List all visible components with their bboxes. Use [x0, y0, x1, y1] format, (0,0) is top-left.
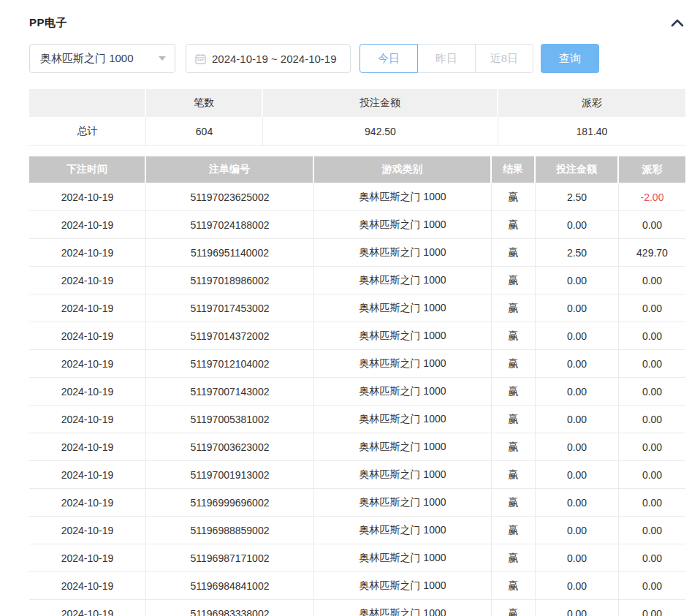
bet-amount-cell: 0.00	[536, 461, 619, 489]
bet-amount-cell: 0.00	[536, 572, 619, 600]
date-range-input[interactable]: 2024-10-19 ~ 2024-10-19	[186, 44, 351, 73]
payout-cell: 0.00	[619, 544, 685, 572]
bet-time-cell: 2024-10-19	[29, 211, 146, 239]
game-category-cell: 奥林匹斯之门 1000	[314, 517, 492, 544]
table-row: 2024-10-19 51197012104002 奥林匹斯之门 1000 赢 …	[29, 350, 685, 378]
bet-id-cell: 51197024188002	[146, 211, 314, 239]
header-bet-amount: 投注金额	[536, 156, 619, 183]
header-payout: 派彩	[619, 156, 685, 183]
bet-id-cell: 51197014372002	[146, 322, 314, 350]
table-row: 2024-10-19 51196951140002 奥林匹斯之门 1000 赢 …	[29, 239, 685, 267]
table-row: 2024-10-19 51197003623002 奥林匹斯之门 1000 赢 …	[29, 433, 685, 461]
game-category-cell: 奥林匹斯之门 1000	[314, 406, 492, 433]
game-category-cell: 奥林匹斯之门 1000	[314, 544, 492, 572]
bet-amount-cell: 0.00	[536, 211, 619, 239]
bet-amount-cell: 0.00	[536, 294, 619, 322]
payout-cell: 0.00	[619, 406, 685, 433]
bet-amount-cell: 0.00	[536, 350, 619, 378]
payout-cell: 0.00	[619, 267, 685, 294]
game-category-cell: 奥林匹斯之门 1000	[314, 489, 492, 517]
table-row: 2024-10-19 51196999696002 奥林匹斯之门 1000 赢 …	[29, 489, 685, 517]
game-category-cell: 奥林匹斯之门 1000	[314, 267, 492, 294]
bet-time-cell: 2024-10-19	[29, 378, 146, 406]
bet-time-cell: 2024-10-19	[29, 267, 146, 294]
bet-id-cell: 51197007143002	[146, 378, 314, 406]
bet-id-cell: 51196999696002	[146, 489, 314, 517]
game-category-cell: 奥林匹斯之门 1000	[314, 322, 492, 350]
summary-header-empty	[29, 89, 146, 117]
summary-table: 笔数 投注金额 派彩 总计 604 942.50 181.40	[29, 89, 685, 146]
result-cell: 赢	[492, 572, 536, 600]
bet-time-cell: 2024-10-19	[29, 461, 146, 489]
game-category-cell: 奥林匹斯之门 1000	[314, 461, 492, 489]
game-category-cell: 奥林匹斯之门 1000	[314, 211, 492, 239]
game-category-cell: 奥林匹斯之门 1000	[314, 572, 492, 600]
result-cell: 赢	[492, 350, 536, 378]
table-row: 2024-10-19 51197024188002 奥林匹斯之门 1000 赢 …	[29, 211, 685, 239]
result-cell: 赢	[492, 600, 536, 616]
bet-id-cell: 51196951140002	[146, 239, 314, 267]
result-cell: 赢	[492, 211, 536, 239]
bet-time-cell: 2024-10-19	[29, 517, 146, 544]
summary-header-payout: 派彩	[498, 89, 685, 117]
payout-cell: 0.00	[619, 322, 685, 350]
payout-cell: 0.00	[619, 489, 685, 517]
yesterday-button[interactable]: 昨日	[417, 44, 476, 73]
collapse-chevron-up-icon[interactable]	[669, 16, 685, 29]
pp-electronic-panel: PP电子 奥林匹斯之门 1000	[0, 0, 700, 616]
game-category-cell: 奥林匹斯之门 1000	[314, 294, 492, 322]
bet-id-cell: 51197001913002	[146, 461, 314, 489]
summary-header-count: 笔数	[146, 89, 263, 117]
bet-amount-cell: 0.00	[536, 267, 619, 294]
table-row: 2024-10-19 51197017453002 奥林匹斯之门 1000 赢 …	[29, 294, 685, 322]
bet-time-cell: 2024-10-19	[29, 433, 146, 461]
result-cell: 赢	[492, 322, 536, 350]
game-select-value: 奥林匹斯之门 1000	[40, 52, 154, 66]
table-row: 2024-10-19 51197007143002 奥林匹斯之门 1000 赢 …	[29, 378, 685, 406]
table-row: 2024-10-19 51197018986002 奥林匹斯之门 1000 赢 …	[29, 267, 685, 294]
bet-amount-cell: 2.50	[536, 239, 619, 267]
search-button[interactable]: 查询	[541, 44, 599, 73]
bet-time-cell: 2024-10-19	[29, 544, 146, 572]
bet-time-cell: 2024-10-19	[29, 600, 146, 616]
bet-id-cell: 51197012104002	[146, 350, 314, 378]
table-row: 2024-10-19 51196983338002 奥林匹斯之门 1000 赢 …	[29, 600, 685, 616]
bet-time-cell: 2024-10-19	[29, 406, 146, 433]
payout-cell: -2.00	[619, 183, 685, 211]
payout-cell: 0.00	[619, 572, 685, 600]
bet-time-cell: 2024-10-19	[29, 294, 146, 322]
bet-id-cell: 51196983338002	[146, 600, 314, 616]
payout-cell: 0.00	[619, 378, 685, 406]
summary-total-payout: 181.40	[498, 117, 685, 146]
table-row: 2024-10-19 51197005381002 奥林匹斯之门 1000 赢 …	[29, 406, 685, 433]
header-bet-time: 下注时间	[29, 156, 146, 183]
today-button[interactable]: 今日	[359, 44, 418, 73]
bet-amount-cell: 0.00	[536, 600, 619, 616]
header-result: 结果	[492, 156, 536, 183]
bet-id-cell: 51197003623002	[146, 433, 314, 461]
summary-header-bet-amount: 投注金额	[263, 89, 498, 117]
bet-amount-cell: 0.00	[536, 378, 619, 406]
payout-cell: 0.00	[619, 461, 685, 489]
table-row: 2024-10-19 51196988859002 奥林匹斯之门 1000 赢 …	[29, 517, 685, 544]
result-cell: 赢	[492, 406, 536, 433]
bet-time-cell: 2024-10-19	[29, 572, 146, 600]
bet-amount-cell: 0.00	[536, 489, 619, 517]
table-row: 2024-10-19 51196987171002 奥林匹斯之门 1000 赢 …	[29, 544, 685, 572]
bet-records-table: 下注时间 注单编号 游戏类别 结果 投注金额 派彩 2024-10-19 511…	[29, 156, 685, 616]
bet-amount-cell: 0.00	[536, 322, 619, 350]
bet-id-cell: 51196988859002	[146, 517, 314, 544]
bet-id-cell: 51197005381002	[146, 406, 314, 433]
last-8-days-button[interactable]: 近8日	[475, 44, 533, 73]
game-category-cell: 奥林匹斯之门 1000	[314, 600, 492, 616]
bet-id-cell: 51196987171002	[146, 544, 314, 572]
game-select[interactable]: 奥林匹斯之门 1000	[29, 44, 175, 73]
filter-bar: 奥林匹斯之门 1000 2024-10-19 ~ 2024-10-19 今日 昨…	[29, 44, 685, 73]
payout-cell: 0.00	[619, 211, 685, 239]
table-row: 2024-10-19 51197014372002 奥林匹斯之门 1000 赢 …	[29, 322, 685, 350]
bet-time-cell: 2024-10-19	[29, 239, 146, 267]
bet-table-body: 2024-10-19 51197023625002 奥林匹斯之门 1000 赢 …	[29, 183, 685, 616]
bet-table-header-row: 下注时间 注单编号 游戏类别 结果 投注金额 派彩	[29, 156, 685, 183]
game-category-cell: 奥林匹斯之门 1000	[314, 239, 492, 267]
bet-amount-cell: 2.50	[536, 183, 619, 211]
